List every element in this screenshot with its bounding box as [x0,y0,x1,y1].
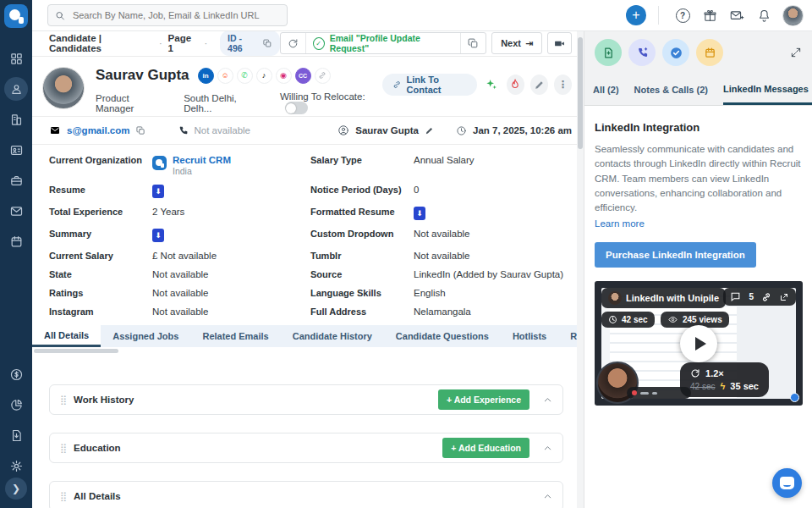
help-icon[interactable]: ? [669,5,696,25]
calendar-icon[interactable] [4,229,28,253]
collapse-icon[interactable] [543,492,552,501]
tab-all-details[interactable]: All Details [32,325,101,347]
email-item[interactable]: s@gmail.com [49,125,145,135]
relocate-label: Willing To Relocate: [280,91,365,102]
custom-social-icon[interactable]: CC [295,68,311,84]
expand-panel-icon[interactable] [790,47,802,58]
user-avatar[interactable] [782,5,804,26]
edit-icon[interactable] [530,75,548,95]
tab-linkedin-messages[interactable]: LinkedIn Messages Beta [723,75,812,105]
quick-add-button[interactable]: + [626,5,646,25]
learn-more-link[interactable]: Learn more [595,218,645,229]
search-input[interactable] [71,9,280,21]
phone-item[interactable]: Not available [178,125,250,136]
linkedin-integration-title: LinkedIn Integration [595,121,802,134]
add-task-button[interactable] [662,39,689,66]
field-label: Source [310,269,414,279]
jobs-icon[interactable] [4,168,28,192]
tab-assigned-jobs[interactable]: Assigned Jobs [101,325,190,347]
log-call-button[interactable] [628,39,656,66]
notifications-icon[interactable] [750,5,777,25]
collapse-icon[interactable] [543,444,552,453]
record-id-badge[interactable]: ID - 496 [220,30,280,56]
link-to-contact-button[interactable]: Link To Contact [382,74,477,96]
page-indicator[interactable]: Page 1 [168,33,199,53]
resume-download-icon[interactable]: ⬇ [152,185,164,198]
deals-icon[interactable] [4,362,28,386]
candidate-location[interactable]: South Delhi, Delh... [184,93,258,113]
section-title: All Details [74,491,121,501]
relocate-toggle[interactable] [285,102,308,114]
tab-hotlists[interactable]: Hotlists [501,325,558,347]
candidate-email[interactable]: s@gmail.com [67,125,130,135]
gift-icon[interactable] [696,5,723,25]
tab-candidate-questions[interactable]: Candidate Questions [384,325,501,347]
contacts-icon[interactable] [4,138,28,162]
next-record-button[interactable]: Next⇥ [491,32,542,54]
open-external-icon[interactable] [779,292,789,302]
recruit-crm-logo[interactable] [4,4,28,28]
reports-icon[interactable] [4,393,28,417]
edit-icon[interactable] [425,126,434,135]
refresh-button[interactable] [281,33,306,53]
owner-name: Saurav Gupta [355,125,419,135]
settings-icon[interactable] [4,454,28,478]
video-meeting-button[interactable] [547,32,572,54]
purchase-linkedin-button[interactable]: Purchase LinkedIn Integration [595,242,756,268]
play-button[interactable] [680,325,717,362]
video-views: 245 views [683,315,722,324]
drag-handle-icon[interactable]: ⣿ [60,443,65,454]
sidebar-expand-icon[interactable]: ❯ [5,478,27,500]
tab-candidate-history[interactable]: Candidate History [281,325,384,347]
more-options-icon[interactable]: ⋮ [554,75,572,95]
companies-icon[interactable] [4,108,28,131]
copy-email-button[interactable] [461,33,486,53]
collapse-icon[interactable] [543,395,552,405]
add-note-button[interactable] [595,39,622,66]
schedule-meeting-button[interactable] [696,39,723,66]
whatsapp-icon[interactable]: ✆ [237,68,253,84]
all-details-section: ⣿ All Details [49,481,563,508]
tab-all[interactable]: All (2) [593,75,619,105]
resume-tools-icon[interactable] [4,423,28,447]
ai-sparkle-icon[interactable] [483,75,501,95]
org-country: India [173,166,231,176]
email-status-button[interactable]: ✓ Email "Profile Update Request" [306,33,462,53]
summary-download-icon[interactable]: ⬇ [152,229,164,242]
copy-icon[interactable] [136,126,145,135]
playback-speed-badge[interactable]: 1.2× 42 sec ϟ 35 sec [680,362,769,397]
website-link-icon[interactable] [315,68,331,84]
comments-icon[interactable] [730,291,741,302]
owner-item[interactable]: Saurav Gupta [337,124,434,136]
tabs-horizontal-scrollbar[interactable] [32,347,584,355]
drag-handle-icon[interactable]: ⣿ [60,395,65,406]
add-experience-button[interactable]: + Add Experience [438,389,529,410]
email-icon[interactable] [4,199,28,223]
tab-notes-calls[interactable]: Notes & Calls (2) [634,75,708,105]
tab-related-emails[interactable]: Related Emails [190,325,280,347]
candidates-icon[interactable] [4,77,28,101]
global-search[interactable] [47,4,288,26]
formatted-resume-download-icon[interactable]: ⬇ [414,207,425,220]
tiktok-icon[interactable]: ♪ [256,68,272,84]
hotlist-icon[interactable] [507,75,524,95]
candidate-avatar[interactable] [42,67,85,109]
linkedin-icon[interactable]: in [198,68,214,84]
reddit-icon[interactable]: ☺ [217,68,233,84]
breadcrumb[interactable]: Candidate | Candidates [49,33,153,53]
copy-link-icon[interactable] [761,292,771,302]
tutorial-video[interactable]: LinkedIn with Unipile 5 42 sec 245 views [595,281,803,406]
dashboard-icon[interactable] [4,47,28,70]
main-vertical-scrollbar[interactable] [577,30,584,508]
chat-widget-button[interactable] [772,468,802,498]
breadcrumb-separator: · [159,38,162,48]
instagram-icon[interactable]: ◉ [276,68,292,84]
linkedin-integration-description: Seamlessly communicate with candidates a… [595,142,802,215]
topbar-divider [658,6,659,25]
add-education-button[interactable]: + Add Education [442,438,529,458]
speed-icon [690,368,700,378]
org-link[interactable]: Recruit CRM [173,155,231,165]
mass-email-icon[interactable] [723,5,750,25]
copy-icon[interactable] [263,39,272,48]
drag-handle-icon[interactable]: ⣿ [60,491,65,502]
